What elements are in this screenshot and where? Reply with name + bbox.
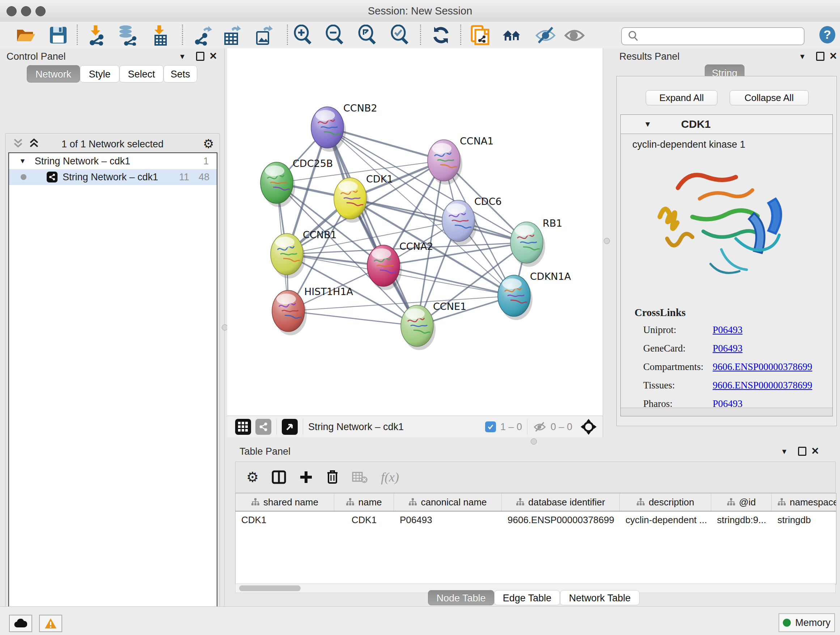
warnings-button[interactable] [39, 615, 62, 632]
column-header--id[interactable]: @id [711, 494, 772, 511]
table-panel-float-icon[interactable] [798, 447, 806, 456]
tab-style[interactable]: Style [80, 65, 119, 82]
results-panel-float-icon[interactable] [816, 52, 824, 61]
zoom-selected-icon[interactable] [389, 25, 410, 46]
import-network-database-icon[interactable] [117, 25, 138, 46]
tab-sets[interactable]: Sets [164, 65, 197, 82]
network-node-cdc6[interactable]: CDC6 [442, 196, 502, 245]
table-options-gear-icon[interactable]: ⚙ [246, 469, 259, 485]
column-header-description[interactable]: description [620, 494, 711, 511]
results-panel-menu-icon[interactable]: ▼ [799, 52, 806, 61]
column-header-canonical-name[interactable]: canonical name [394, 494, 502, 511]
network-canvas[interactable]: CCNB2CCNA1CDC25BCDK1CDC6RB1CCNB1CCNA2CDK… [227, 48, 603, 416]
string-view-icon[interactable] [256, 419, 271, 435]
hide-selected-eye-icon[interactable] [535, 25, 556, 46]
network-node-cdc25b[interactable]: CDC25B [261, 158, 333, 207]
control-panel-menu-icon[interactable]: ▼ [179, 52, 186, 61]
column-header-database-identifier[interactable]: database identifier [502, 494, 620, 511]
svg-text:?: ? [824, 27, 831, 41]
control-panel: Control Panel ▼ ✕ Network Style Select S… [0, 48, 224, 606]
results-panel-close-icon[interactable]: ✕ [829, 51, 837, 61]
tab-network[interactable]: Network [27, 65, 80, 82]
export-network-icon[interactable] [193, 25, 213, 46]
houses-icon[interactable] [501, 25, 523, 46]
network-node-ccnb1[interactable]: CCNB1 [271, 229, 337, 279]
network-row-selected[interactable]: String Network – cdk1 11 48 [9, 169, 217, 185]
network-node-cdkn1a[interactable]: CDKN1A [498, 271, 571, 320]
table-scrollbar-thumb[interactable] [239, 585, 301, 591]
column-header-shared-name[interactable]: shared name [235, 494, 334, 511]
zoom-out-icon[interactable] [324, 25, 345, 46]
network-node-ccne1[interactable]: CCNE1 [401, 301, 466, 350]
tree-expander-icon[interactable]: ▼ [19, 157, 26, 165]
help-button[interactable]: ? [818, 26, 836, 44]
crosslink-link[interactable]: 9606.ENSP00000378699 [713, 361, 812, 372]
tab-select[interactable]: Select [119, 65, 164, 82]
import-table-icon[interactable] [149, 25, 171, 46]
network-edge[interactable] [288, 311, 417, 326]
tab-node-table[interactable]: Node Table [428, 590, 494, 605]
node-label: CCNB2 [343, 103, 377, 114]
network-node-hist1h1a[interactable]: HIST1H1A [272, 286, 354, 335]
string-network-icon [47, 172, 57, 182]
import-network-file-icon[interactable] [85, 25, 106, 46]
export-image-icon[interactable] [254, 25, 275, 46]
results-horizontal-scrollbar[interactable] [621, 408, 832, 416]
birds-eye-view-icon[interactable] [282, 419, 298, 435]
column-header-label: name [358, 497, 382, 508]
function-builder-icon[interactable]: f(x) [381, 470, 399, 485]
entry-expander-icon[interactable]: ▼ [644, 120, 652, 128]
tab-edge-table[interactable]: Edge Table [494, 590, 560, 605]
bottom-splitter-handle[interactable] [531, 439, 537, 445]
column-header-namespace[interactable]: namespace [772, 494, 836, 511]
crosslink-link[interactable]: P06493 [713, 325, 743, 336]
node-entry-header[interactable]: ▼ CDK1 [621, 115, 832, 134]
refresh-icon[interactable] [431, 25, 452, 46]
network-node-cdk1[interactable]: CDK1 [334, 173, 393, 223]
column-header-label: description [649, 497, 694, 508]
zoom-in-icon[interactable] [292, 25, 313, 46]
edge-count: 48 [199, 172, 210, 183]
node-label: CCNB1 [303, 229, 337, 241]
fit-crosshair-icon[interactable] [580, 418, 597, 435]
warning-icon [44, 618, 57, 629]
control-panel-close-icon[interactable]: ✕ [209, 51, 218, 61]
collection-count: 1 [203, 156, 209, 167]
selected-checkbox-icon[interactable] [485, 421, 496, 432]
table-panel-menu-icon[interactable]: ▼ [781, 448, 788, 456]
tab-network-table[interactable]: Network Table [560, 590, 639, 605]
collection-label: String Network – cdk1 [35, 156, 130, 167]
delete-table-icon[interactable] [352, 471, 368, 483]
show-columns-icon[interactable] [272, 470, 286, 485]
network-options-gear-icon[interactable]: ⚙ [203, 136, 214, 151]
clone-network-icon[interactable] [470, 25, 491, 46]
memory-button[interactable]: Memory [778, 613, 835, 632]
open-session-icon[interactable] [15, 25, 36, 46]
network-view-toolbar: String Network – cdk1 1 – 0 0 – 0 [227, 416, 603, 438]
search-input[interactable] [641, 31, 798, 42]
show-all-eye-icon[interactable] [564, 25, 585, 46]
toolbar-separator [420, 25, 421, 45]
network-label: String Network – cdk1 [63, 172, 158, 183]
network-node-ccna2[interactable]: CCNA2 [367, 241, 433, 290]
network-collection-row[interactable]: ▼ String Network – cdk1 1 [9, 153, 217, 169]
hidden-eye-icon[interactable] [532, 421, 547, 433]
zoom-fit-icon[interactable] [357, 25, 378, 46]
export-table-icon[interactable] [222, 25, 243, 46]
control-panel-float-icon[interactable] [196, 52, 204, 61]
expand-all-button[interactable]: Expand All [646, 90, 717, 105]
delete-column-icon[interactable] [326, 470, 339, 485]
table-panel-close-icon[interactable]: ✕ [811, 447, 819, 456]
table-row[interactable]: CDK1CDK1P064939606.ENSP00000378699cyclin… [235, 511, 836, 528]
add-column-icon[interactable] [299, 470, 313, 484]
network-node-rb1[interactable]: RB1 [510, 218, 562, 267]
column-header-name[interactable]: name [334, 494, 394, 511]
save-session-icon[interactable] [48, 25, 69, 46]
cloud-button[interactable] [9, 615, 32, 632]
grid-view-icon[interactable] [235, 419, 251, 435]
network-node-ccnb2[interactable]: CCNB2 [311, 103, 377, 152]
right-splitter-handle[interactable] [604, 238, 610, 244]
crosslink-link[interactable]: 9606.ENSP00000378699 [713, 380, 812, 391]
collapse-all-button[interactable]: Collapse All [729, 90, 808, 105]
crosslink-link[interactable]: P06493 [713, 343, 743, 354]
